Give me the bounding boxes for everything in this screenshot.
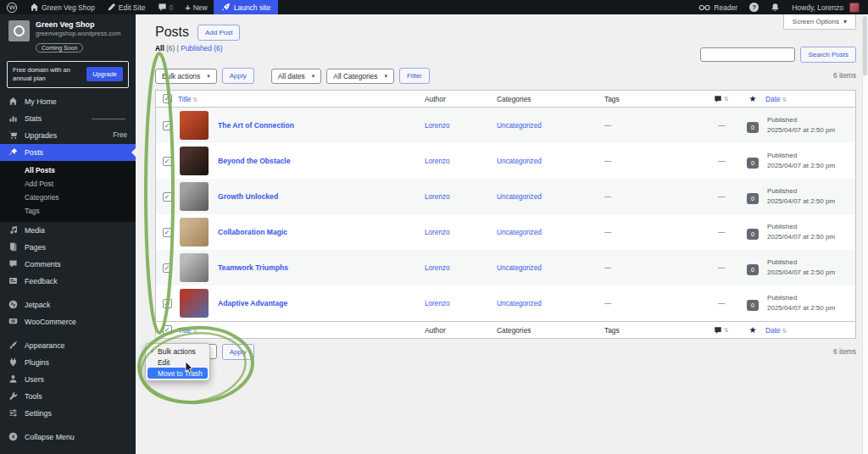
view-all-link[interactable]: All	[155, 44, 164, 53]
sidebar-collapse-menu[interactable]: Collapse Menu	[0, 429, 136, 446]
author-link[interactable]: Lorenzo	[425, 158, 497, 165]
sidebar-item-my-home[interactable]: My Home	[0, 93, 136, 110]
sidebar-item-users[interactable]: Users	[0, 371, 136, 388]
row-checkbox[interactable]: ✓	[163, 299, 172, 308]
home-icon	[8, 97, 18, 106]
column-date[interactable]: Date⇅	[765, 95, 855, 103]
category-link[interactable]: Uncategorized	[497, 193, 604, 201]
post-title-link[interactable]: Growth Unlocked	[215, 192, 425, 201]
post-thumbnail[interactable]	[180, 253, 209, 282]
post-title-link[interactable]: Beyond the Obstacle	[215, 157, 425, 165]
row-checkbox[interactable]: ✓	[163, 263, 172, 273]
row-checkbox[interactable]: ✓	[163, 121, 172, 130]
row-checkbox[interactable]: ✓	[163, 157, 172, 166]
column-tags: Tags	[604, 326, 703, 335]
post-thumbnail[interactable]	[180, 182, 209, 211]
likes-badge: 0	[747, 193, 759, 204]
help-button[interactable]: ?	[743, 0, 765, 14]
sidebar-item-jetpack[interactable]: Jetpack	[0, 296, 136, 313]
post-title-link[interactable]: Collaboration Magic	[215, 228, 425, 236]
sidebar-item-feedback[interactable]: Feedback	[0, 273, 136, 290]
notifications-button[interactable]	[765, 0, 786, 14]
select-all-checkbox-bottom[interactable]: ✓	[163, 325, 172, 335]
caret-down-icon: ▾	[843, 18, 847, 25]
sidebar-item-tools[interactable]: Tools	[0, 388, 136, 405]
sidebar-item-add-post[interactable]: Add Post	[0, 177, 136, 191]
post-title-link[interactable]: The Art of Connection	[215, 121, 425, 130]
column-title[interactable]: Title⇅	[178, 326, 425, 335]
author-link[interactable]: Lorenzo	[425, 300, 497, 307]
menu-label: Media	[25, 226, 45, 235]
new-content-button[interactable]: + New	[179, 0, 213, 14]
launch-site-button[interactable]: Launch site	[214, 0, 278, 14]
cart-icon	[8, 130, 18, 140]
menu-label: Users	[25, 375, 44, 384]
column-date[interactable]: Date⇅	[765, 326, 855, 335]
category-link[interactable]: Uncategorized	[497, 158, 604, 165]
wordpress-logo-menu[interactable]	[0, 0, 24, 14]
all-dates-select[interactable]: All dates ▾	[271, 69, 322, 84]
view-published-link[interactable]: Published (6)	[181, 44, 222, 53]
sidebar-item-all-posts[interactable]: All Posts	[0, 163, 136, 177]
sidebar-item-categories[interactable]: Categories	[0, 191, 136, 204]
sidebar-item-settings[interactable]: Settings	[0, 405, 136, 422]
post-thumbnail[interactable]	[180, 111, 209, 140]
row-checkbox[interactable]: ✓	[163, 228, 172, 237]
sidebar-item-pages[interactable]: Pages	[0, 239, 136, 256]
category-link[interactable]: Uncategorized	[497, 229, 604, 236]
sidebar-item-comments[interactable]: Comments	[0, 256, 136, 273]
sidebar-item-media[interactable]: Media	[0, 222, 136, 239]
column-comments[interactable]: ⇅	[703, 94, 740, 103]
author-link[interactable]: Lorenzo	[425, 229, 497, 236]
author-link[interactable]: Lorenzo	[425, 264, 497, 272]
category-link[interactable]: Uncategorized	[497, 122, 604, 130]
apply-button-top[interactable]: Apply	[222, 68, 254, 84]
sidebar-site-header[interactable]: Green Veg Shop greenvegshop.wordpress.co…	[0, 14, 136, 58]
post-thumbnail[interactable]	[180, 147, 209, 175]
scrollbar-thumb[interactable]	[863, 16, 867, 75]
edit-site-button[interactable]: Edit Site	[101, 0, 152, 14]
sidebar-item-tags[interactable]: Tags	[0, 204, 136, 218]
all-categories-select[interactable]: All Categories ▾	[326, 69, 394, 84]
screen-options-button[interactable]: Screen Options ▾	[783, 14, 856, 30]
sidebar-item-stats[interactable]: Stats	[0, 110, 136, 127]
column-title[interactable]: Title⇅	[178, 95, 425, 103]
author-link[interactable]: Lorenzo	[425, 122, 497, 130]
apply-button-bottom[interactable]: Apply	[222, 344, 254, 360]
scrollbar[interactable]	[862, 14, 868, 454]
post-title-link[interactable]: Adaptive Advantage	[215, 299, 425, 307]
search-input[interactable]	[700, 47, 795, 62]
menu-label: Upgrades	[25, 131, 57, 140]
category-link[interactable]: Uncategorized	[497, 300, 604, 307]
add-post-button[interactable]: Add Post	[198, 25, 240, 41]
author-link[interactable]: Lorenzo	[425, 193, 497, 201]
reader-button[interactable]: Reader	[693, 0, 743, 14]
post-title-link[interactable]: Teamwork Triumphs	[215, 263, 425, 272]
sidebar-item-appearance[interactable]: Appearance	[0, 337, 136, 354]
select-all-checkbox[interactable]: ✓	[163, 94, 172, 103]
filter-button[interactable]: Filter	[399, 68, 430, 84]
my-account-menu[interactable]: Howdy, Lorenzo	[786, 0, 868, 14]
bulk-actions-select-top[interactable]: Bulk actions ▾	[155, 69, 217, 84]
category-link[interactable]: Uncategorized	[497, 264, 604, 272]
svg-text:W: W	[11, 319, 15, 324]
menu-item-edit[interactable]: Edit	[147, 357, 208, 368]
post-thumbnail[interactable]	[180, 218, 209, 246]
feedback-form-icon	[8, 276, 18, 285]
likes-badge: 0	[747, 300, 759, 311]
post-thumbnail[interactable]	[180, 289, 209, 318]
sidebar-item-posts[interactable]: Posts	[0, 144, 136, 161]
column-categories: Categories	[497, 95, 604, 103]
menu-item-move-to-trash[interactable]: Move to Trash	[147, 368, 208, 379]
search-posts-button[interactable]: Search Posts	[800, 47, 856, 63]
admin-bar-site-name[interactable]: Green Veg Shop	[24, 0, 101, 14]
sidebar-item-woocommerce[interactable]: W WooCommerce	[0, 313, 136, 330]
sidebar-item-upgrades[interactable]: Upgrades Free	[0, 127, 136, 144]
admin-bar-comments[interactable]: 0	[152, 0, 180, 14]
menu-item-bulk-actions[interactable]: ✓ Bulk actions	[147, 346, 208, 357]
menu-label: Stats	[25, 114, 42, 123]
row-checkbox[interactable]: ✓	[163, 192, 172, 202]
sidebar-item-plugins[interactable]: Plugins	[0, 354, 136, 371]
column-comments[interactable]: ⇅	[703, 325, 740, 335]
upgrade-button[interactable]: Upgrade	[86, 67, 123, 81]
